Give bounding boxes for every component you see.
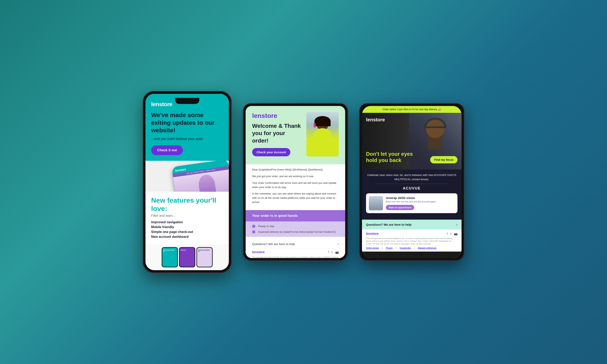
mini-screen-text-3: Find your perfect fit xyxy=(197,248,212,253)
footer-link-manage[interactable]: Manage preferences xyxy=(418,247,436,249)
mini-phone-3: Find your perfect fit xyxy=(197,247,213,267)
tablet2-fine-print: This message was sent to fminto22@gmail.… xyxy=(366,237,458,246)
tablet1-person-image xyxy=(306,112,339,156)
tablet2-card-title: Unwrap 20/20 vision xyxy=(386,196,455,200)
device2-wrapper: lenstore Welcome & Thank you for your or… xyxy=(243,103,348,261)
device1-wrapper: lenstore We've made some exiting updates… xyxy=(143,91,232,273)
phone1-cta-button[interactable]: Check it out xyxy=(151,145,183,155)
tablet2-footer: lenstore f 𝕥 📷 This message was sent to … xyxy=(362,230,462,252)
tablet2-frame: Order before 11pm Mon to Fri for next da… xyxy=(359,103,464,261)
facebook-icon-2[interactable]: f xyxy=(447,232,448,235)
devices-container: lenstore We've made some exiting updates… xyxy=(143,91,464,273)
tablet1-cta-button[interactable]: Check your Account xyxy=(252,148,290,156)
phone1-new-features-heading: New features your'll love: xyxy=(151,196,223,213)
tablet1-top-section: lenstore Welcome & Thank you for your or… xyxy=(246,106,345,164)
tablet2-card-content: Unwrap 20/20 vision Book your free eye t… xyxy=(386,196,455,210)
tablet2-appointment-button[interactable]: Make an appointment xyxy=(386,205,414,210)
footer-link-privacy[interactable]: Privacy xyxy=(386,247,393,249)
tablet2-body: Celebrate clear vision near, far, and in… xyxy=(362,169,462,220)
tracking-step-2: Expected delivery by {{dateFormat delive… xyxy=(252,230,339,234)
tablet1-headline: Welcome & Thank you for your order! xyxy=(252,122,302,144)
phone1-subtext: ...and you won't believe your eyes xyxy=(151,137,223,141)
phone1-content: lenstore We've made some exiting updates… xyxy=(145,94,229,270)
tablet1-footer-help-text: Questions? We are here to help xyxy=(252,242,295,246)
mini-screen-2: lenstore xyxy=(180,248,195,267)
tablet2-card-image xyxy=(369,196,383,210)
feature-item-4: New account dashboard xyxy=(151,235,223,239)
mini-screen-text-1: Find your perfect fit xyxy=(162,248,177,253)
mini-screen-text-2: lenstore xyxy=(180,248,195,252)
tablet2-person-img xyxy=(422,117,448,143)
phone1-mockup-area: lenstore 10% OFF EVERYTHING - TODAY ONLY… xyxy=(145,161,229,192)
twitter-icon[interactable]: 𝕥 xyxy=(331,250,333,254)
phone1-features-section: New features your'll love: Filter and le… xyxy=(145,192,229,244)
device3-wrapper: Order before 11pm Mon to Fri for next da… xyxy=(359,103,464,261)
tablet2-acuvue-logo: ACUVUE xyxy=(366,186,458,191)
tablet1-social-icons: f 𝕥 📷 xyxy=(328,250,339,254)
tablet2-screen-container: Order before 11pm Mon to Fri for next da… xyxy=(362,106,462,258)
tablet2-top-bar: Order before 11pm Mon to Fri for next da… xyxy=(362,106,462,113)
chevron-right-icon-2: › xyxy=(456,222,458,227)
tablet2-card-subtitle: Book your free eye test and see like you… xyxy=(386,200,455,203)
phone1-mockup-person xyxy=(198,173,216,192)
tablet1-top-left: lenstore Welcome & Thank you for your or… xyxy=(252,112,302,159)
mini-screen-1: Find your perfect fit xyxy=(162,248,177,267)
tablet1-body-p2: We just got your order, and we are worki… xyxy=(252,174,339,179)
tablet2-headphones xyxy=(424,118,446,128)
tracking-step-1: Ready to ship xyxy=(252,225,339,228)
tablet1-footer-logo: lenstore xyxy=(252,250,265,254)
tablet2-help-section: Questions? We are here to help › xyxy=(362,220,462,230)
instagram-icon[interactable]: 📷 xyxy=(335,250,339,254)
tablet1-body-p1: Dear {{capitalizeFirst (lower title)}} {… xyxy=(252,168,339,172)
phone1-frame: lenstore We've made some exiting updates… xyxy=(143,91,232,273)
tracking-label-1: Ready to ship xyxy=(258,225,274,228)
tablet1-content: lenstore Welcome & Thank you for your or… xyxy=(246,106,345,258)
phone1-features-label: Filter and learn... xyxy=(151,214,223,218)
tablet1-person-area xyxy=(306,112,339,159)
tracking-label-2: Expected delivery by {{dateFormat delive… xyxy=(258,230,336,233)
footer-link-online[interactable]: Online version xyxy=(366,247,379,249)
tablet1-footer: Questions? We are here to help › lenstor… xyxy=(246,237,345,258)
footer-link-separator-3: | xyxy=(414,247,415,249)
phone1-screen: lenstore We've made some exiting updates… xyxy=(145,94,229,270)
tablet1-footer-logo-row: lenstore f 𝕥 📷 xyxy=(252,248,339,256)
footer-link-separator-2: | xyxy=(396,247,396,249)
mini-screen-3: Find your perfect fit xyxy=(197,248,212,267)
phone1-features-list: Improved navigation Mobile friendly Simp… xyxy=(151,221,223,239)
tablet1-frame: lenstore Welcome & Thank you for your or… xyxy=(243,103,348,261)
phone1-mockup-inner: lenstore 10% OFF EVERYTHING - TODAY ONLY… xyxy=(172,161,229,192)
feature-item-1: Improved navigation xyxy=(151,221,223,224)
tablet1-person-body xyxy=(312,128,333,156)
tablet1-body-text: Dear {{capitalizeFirst (lower title)}} {… xyxy=(246,164,345,210)
instagram-icon-2[interactable]: 📷 xyxy=(454,232,458,235)
tablet1-earring xyxy=(314,123,316,128)
twitter-icon-2[interactable]: 𝕥 xyxy=(450,232,452,235)
phone1-notch xyxy=(175,98,199,104)
tablet2-cta-button[interactable]: Find my focus xyxy=(430,156,458,163)
phone1-mini-phones: Find your perfect fit lenstore Find your… xyxy=(145,244,229,270)
tablet1-order-status-text: Your order is in good hands xyxy=(252,214,298,218)
tablet2-hero-headline: Don't let your eyes hold you back xyxy=(366,151,415,163)
tablet2-appointment-card: Unwrap 20/20 vision Book your free eye t… xyxy=(366,193,458,213)
feature-item-2: Mobile friendly xyxy=(151,225,223,229)
tablet1-fine-print: This message was sent to [email]. If you… xyxy=(252,256,339,258)
tablet2-footer-logo-row: lenstore f 𝕥 📷 xyxy=(366,232,458,235)
feature-item-3: Simple one page check-out xyxy=(151,230,223,234)
tablet2-social-icons: f 𝕥 📷 xyxy=(447,232,458,235)
tablet2-logo: lenstore xyxy=(366,117,385,123)
footer-link-unsubscribe[interactable]: Unsubscribe xyxy=(400,247,411,249)
tablet2-footer-links: Online version | Privacy | Unsubscribe |… xyxy=(366,247,458,249)
phone1-headline: We've made some exiting updates to our w… xyxy=(151,111,223,134)
tracking-dot-2 xyxy=(252,230,255,234)
facebook-icon[interactable]: f xyxy=(328,250,329,254)
tablet1-tracking-section: Ready to ship Expected delivery by {{dat… xyxy=(246,221,345,237)
tablet2-help-text: Questions? We are here to help xyxy=(366,223,411,226)
tablet1-person-silhouette xyxy=(308,116,337,156)
mini-phone-2: lenstore xyxy=(179,247,195,267)
tablet2-footer-logo: lenstore xyxy=(366,232,379,235)
tracking-dot-1 xyxy=(252,225,255,228)
tablet1-footer-help: Questions? We are here to help › xyxy=(252,240,339,248)
tablet1-body-p4: In the meantime, you can see what others… xyxy=(252,192,339,204)
tablet2-hero: lenstore Don't let your eyes ho xyxy=(362,113,462,169)
tablet2-body-text: Celebrate clear vision near, far, and in… xyxy=(366,173,458,182)
